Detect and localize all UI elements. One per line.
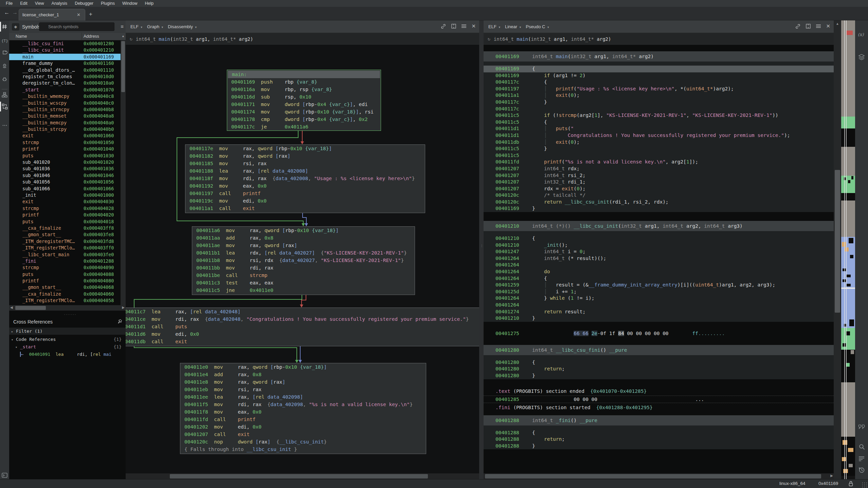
code-line[interactable]: 00401207 int64_t rsi_2;	[484, 172, 834, 179]
symbol-row[interactable]: puts0x000401030	[9, 153, 121, 159]
code-line[interactable]: 00401288 return;	[484, 436, 834, 443]
symbol-row[interactable]: strcmp0x000404028	[9, 205, 121, 212]
tab-license-checker[interactable]: license_checker_1 ✕	[19, 9, 85, 20]
symbol-row[interactable]: __cxa_finalize0x000404060	[9, 291, 121, 297]
code-line[interactable]: 00401259 │ result = (&__frame_dummy_init…	[484, 282, 834, 289]
function-signature-bar[interactable]: 00401210int64_t (*)() __libc_csu_init(in…	[484, 221, 834, 231]
find-icon[interactable]	[857, 442, 866, 451]
forward-button[interactable]: →	[12, 10, 18, 16]
lock-icon[interactable]	[848, 481, 853, 487]
symbol-row[interactable]: strcmp0x000404090	[9, 264, 121, 271]
symbol-row[interactable]: _ITM_registerTMClo…0x000403ff0	[9, 245, 121, 251]
code-line[interactable]: 00401207 int64_t rdx;	[484, 165, 834, 172]
code-line[interactable]: 00401169{	[484, 66, 834, 72]
code-line[interactable]: 00401280 return;	[484, 366, 834, 372]
code-line[interactable]: 00401280}	[484, 372, 834, 379]
mini-graph-icon[interactable]	[1, 91, 8, 99]
cross-references-icon[interactable]	[1, 103, 8, 110]
symbol-row[interactable]: sub_4010200x000401020	[9, 159, 121, 165]
column-divider[interactable]	[82, 33, 82, 40]
split-view-icon[interactable]	[806, 23, 811, 29]
graph-breadcrumb[interactable]: ↻int64_t main(int32_t arg1, int64_t* arg…	[126, 33, 479, 45]
feature-map[interactable]	[841, 20, 855, 479]
code-line[interactable]: 00401169 if (arg1 != 2)	[484, 72, 834, 79]
symbol-row[interactable]: __builtin_strncpy0x0004040b8	[9, 106, 121, 113]
symbol-row[interactable]: sub_4010660x000401066	[9, 186, 121, 192]
view-menu-elf[interactable]: ELF ▾	[488, 24, 500, 29]
code-line[interactable]: 0040120c /* tailcall */	[484, 192, 834, 199]
symbol-row[interactable]: exit0x000401060	[9, 133, 121, 139]
code-line[interactable]: 004011a1 │ exit(0);	[484, 92, 834, 99]
menu-file[interactable]: File	[2, 1, 16, 6]
new-tab-button[interactable]: +	[89, 11, 92, 18]
pane-menu-icon[interactable]	[816, 24, 821, 29]
symbol-row[interactable]: printf0x000401040	[9, 146, 121, 152]
view-menu-graph[interactable]: Graph ▾	[147, 24, 163, 29]
linear-breadcrumb[interactable]: ↻int64_t main(int32_t arg1, int64_t* arg…	[484, 33, 834, 45]
symbol-row[interactable]: _start0x000401070	[9, 87, 121, 93]
resize-grip[interactable]	[862, 482, 867, 487]
code-line[interactable]: 004011c5 if (!strcmp(arg2[1], "KS-LICENS…	[484, 112, 834, 119]
sync-link-icon[interactable]	[795, 23, 801, 29]
graph-canvas[interactable]: main:00401169 push rbp {var_8}0040116a m…	[126, 45, 479, 473]
code-line[interactable]: 00401207 rdx = exit(0);	[484, 186, 834, 192]
code-line[interactable]: 00401288}	[484, 443, 834, 450]
symbol-row[interactable]: printf0x000404080	[9, 278, 121, 284]
xref-code-references-row[interactable]: ▾Code References{1}	[9, 336, 126, 343]
sync-link-icon[interactable]	[440, 23, 446, 29]
symbol-row[interactable]: sub_4010460x000401046	[9, 172, 121, 179]
code-line[interactable]: 00401210 _init();	[484, 242, 834, 249]
code-line[interactable]: 00401264	[484, 262, 834, 268]
code-line[interactable]: 00401264 int64_t (* result)();	[484, 255, 834, 262]
symbol-row[interactable]: __gmon_start__0x000404068	[9, 284, 121, 291]
code-line[interactable]: 00401197 │ printf("Usage : %s <license k…	[484, 86, 834, 92]
function-signature-bar[interactable]: 00401169int64_t main(int32_t arg1, int64…	[484, 51, 834, 62]
symbol-row[interactable]: __libc_csu_init0x000401210	[9, 47, 121, 53]
code-line[interactable]: 0040125d │ i += 1;	[484, 289, 834, 295]
code-line[interactable]: 00401274 return result;	[484, 309, 834, 315]
xref-function-row[interactable]: ▾_start{1}	[9, 343, 126, 350]
symbol-row[interactable]: __builtin_strcpy0x0004040b0	[9, 126, 121, 133]
linear-body[interactable]: 00401169int64_t main(int32_t arg1, int64…	[484, 45, 834, 473]
close-pane-icon[interactable]: ✕	[471, 23, 476, 29]
symbols-table-header[interactable]: Name Address ▲	[9, 33, 126, 40]
back-button[interactable]: ←	[4, 10, 10, 16]
layers-icon[interactable]	[857, 53, 866, 62]
symbol-row[interactable]: strcmp0x000401050	[9, 139, 121, 146]
code-line[interactable]: 0040120c return __libc_csu_init(rdi_1, r…	[484, 199, 834, 206]
symbol-row[interactable]: __gmon_start__0x000403fe8	[9, 231, 121, 238]
symbol-row[interactable]: frame_dummy0x000401160	[9, 60, 121, 67]
basic-block[interactable]: main:00401169 push rbp {var_8}0040116a m…	[227, 70, 381, 131]
xref-entry-row[interactable]: ← 00401091 lea rdi, [rel mai	[9, 351, 126, 358]
symbols-horizontal-scrollbar[interactable]: ◀▶	[9, 305, 126, 311]
view-menu-disassembly[interactable]: Disassembly ▾	[168, 24, 197, 29]
code-line[interactable]: 0040117c }	[484, 99, 834, 106]
symbols-menu-icon[interactable]: ≡	[121, 23, 124, 29]
code-line[interactable]: 00401210}	[484, 315, 834, 322]
code-line[interactable]: 004011d1 │ Congratulations ! You have su…	[484, 132, 834, 139]
symbol-row[interactable]: puts0x000404088	[9, 271, 121, 278]
code-line[interactable]: 00401280{	[484, 359, 834, 366]
menu-plugins[interactable]: Plugins	[97, 1, 119, 6]
code-line[interactable]: 00401264 {	[484, 275, 834, 282]
code-line[interactable]: 004011c5 }	[484, 145, 834, 152]
symbol-row[interactable]: __libc_csu_fini0x000401280	[9, 40, 121, 47]
variables-icon[interactable]: (x)	[857, 30, 866, 39]
pin-icon[interactable]	[117, 319, 122, 324]
code-line[interactable]: 00401247 int64_t i = 0;	[484, 248, 834, 255]
function-signature-bar[interactable]: 00401288int64_t _fini() __pure	[484, 415, 834, 425]
code-line[interactable]: 00401264	[484, 302, 834, 309]
symbol-row[interactable]: __libc_start_main0x000403fe0	[9, 251, 121, 258]
xref-filter-row[interactable]: ▸Filter (1)	[9, 328, 126, 335]
symbol-row[interactable]: puts0x000404018	[9, 219, 121, 225]
code-line[interactable]: 00401288{	[484, 430, 834, 436]
symbol-row[interactable]: sub_4010360x000401036	[9, 165, 121, 172]
symbol-row[interactable]: __builtin_wmemcpy0x0004040c8	[9, 93, 121, 100]
code-line[interactable]: 00401264 do	[484, 268, 834, 275]
view-menu-pseudo-c[interactable]: Pseudo C ▾	[526, 24, 549, 29]
symbol-row[interactable]: register_tm_clones0x0004010d0	[9, 73, 121, 80]
code-line[interactable]: 0040117c {	[484, 79, 834, 86]
basic-block[interactable]: 004011e0 mov rax, qword [rbp-0x10 {var_1…	[180, 363, 426, 454]
symbol-row[interactable]: sub_4010560x000401056	[9, 179, 121, 185]
section-row[interactable]: .text (PROGBITS) section ended {0x401070…	[484, 387, 834, 396]
